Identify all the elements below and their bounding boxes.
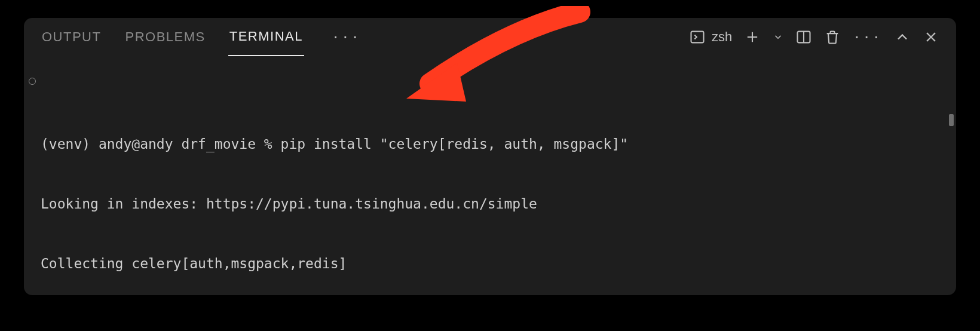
new-terminal-button[interactable] — [744, 29, 761, 45]
tab-terminal[interactable]: TERMINAL — [228, 18, 304, 56]
terminal-icon — [689, 29, 706, 45]
split-terminal-button[interactable] — [795, 29, 812, 45]
terminal-line-prompt: (venv) andy@andy drf_movie % pip install… — [41, 134, 939, 154]
terminal-line: Collecting celery[auth,msgpack,redis] — [41, 254, 939, 274]
terminal-line: Looking in indexes: https://pypi.tuna.ts… — [41, 194, 939, 214]
shell-dropdown[interactable]: zsh — [689, 29, 732, 45]
panel-tabs: OUTPUT PROBLEMS TERMINAL ··· — [41, 18, 367, 56]
more-actions-button[interactable]: ··· — [853, 30, 882, 45]
maximize-panel-button[interactable] — [894, 29, 911, 45]
tab-overflow-button[interactable]: ··· — [326, 30, 367, 45]
tab-output[interactable]: OUTPUT — [41, 19, 102, 56]
shell-name: zsh — [712, 29, 732, 45]
terminal-output[interactable]: (venv) andy@andy drf_movie % pip install… — [24, 57, 956, 295]
panel-tab-bar: OUTPUT PROBLEMS TERMINAL ··· zsh — [24, 18, 956, 57]
tab-problems[interactable]: PROBLEMS — [124, 19, 206, 56]
kill-terminal-button[interactable] — [824, 29, 841, 45]
terminal-panel: OUTPUT PROBLEMS TERMINAL ··· zsh — [24, 18, 956, 295]
command-marker-icon — [29, 78, 36, 85]
chevron-down-icon[interactable] — [773, 29, 783, 45]
close-panel-button[interactable] — [923, 29, 939, 45]
scrollbar-thumb[interactable] — [949, 114, 954, 126]
terminal-toolbar: zsh — [689, 29, 939, 45]
